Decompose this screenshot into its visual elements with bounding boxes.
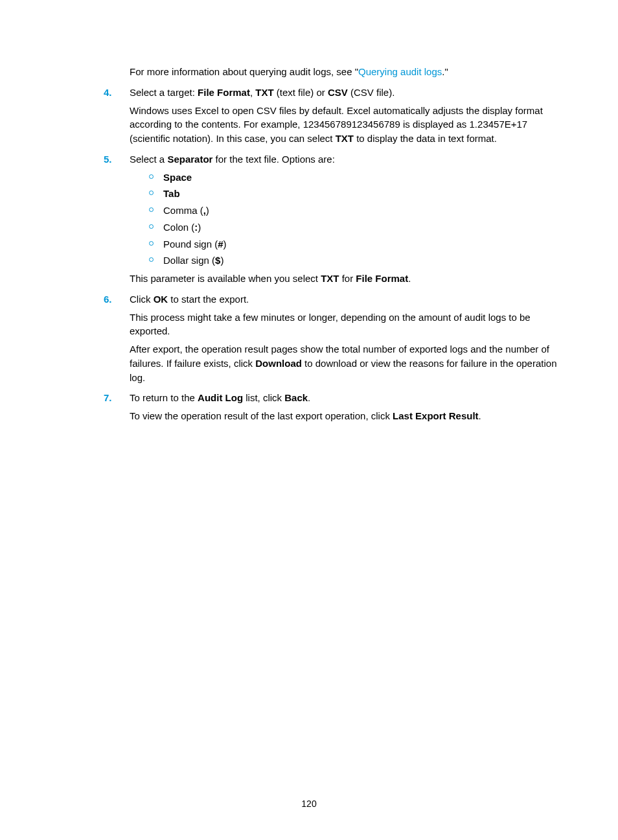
text: ) xyxy=(220,255,223,266)
bold-ok: OK xyxy=(154,294,168,305)
bold-space: Space xyxy=(163,172,192,183)
step-body: To return to the Audit Log list, click B… xyxy=(130,391,557,427)
text: , xyxy=(250,87,255,98)
step6-line1: Click OK to start the export. xyxy=(130,292,557,307)
text: ) xyxy=(198,222,201,233)
option-pound: Pound sign (#) xyxy=(149,237,557,251)
text: ) xyxy=(223,239,227,250)
step6-line2: This process might take a few minutes or… xyxy=(130,310,557,339)
step7-line2: To view the operation result of the last… xyxy=(130,409,557,423)
bold-download: Download xyxy=(255,358,302,369)
page-body: For more information about querying audi… xyxy=(0,0,618,427)
text: This parameter is available when you sel… xyxy=(130,273,321,284)
text: Select a xyxy=(130,154,167,165)
bold-pound: # xyxy=(218,239,223,250)
text: Select a target: xyxy=(130,87,198,98)
option-colon: Colon (:) xyxy=(149,220,557,235)
bold-txt: TXT xyxy=(336,133,354,144)
bold-file-format: File Format xyxy=(356,273,408,284)
step-number: 6. xyxy=(104,292,130,307)
step7-line1: To return to the Audit Log list, click B… xyxy=(130,391,557,405)
step-6: 6. Click OK to start the export. This pr… xyxy=(104,292,557,389)
text: Pound sign ( xyxy=(163,239,218,250)
step4-line1: Select a target: File Format, TXT (text … xyxy=(130,86,557,100)
text: To view the operation result of the last… xyxy=(130,410,393,421)
step-number: 7. xyxy=(104,391,130,405)
step4-line2: Windows uses Excel to open CSV files by … xyxy=(130,104,557,146)
page-number: 120 xyxy=(0,799,618,809)
text: . xyxy=(479,410,481,421)
bold-audit-log: Audit Log xyxy=(198,392,243,403)
text: To return to the xyxy=(130,392,198,403)
step-body: Click OK to start the export. This proce… xyxy=(130,292,557,389)
bold-tab: Tab xyxy=(163,188,180,199)
bold-last-export-result: Last Export Result xyxy=(393,410,479,421)
step5-line1: Select a Separator for the text file. Op… xyxy=(130,152,557,167)
text: for the text file. Options are: xyxy=(212,154,334,165)
step-body: Select a Separator for the text file. Op… xyxy=(130,152,557,290)
separator-options: Space Tab Comma (,) Colon (:) Pound sign… xyxy=(149,170,557,268)
step-4: 4. Select a target: File Format, TXT (te… xyxy=(104,86,557,150)
bold-separator: Separator xyxy=(167,154,212,165)
step-number: 5. xyxy=(104,152,130,167)
text: (text file) or xyxy=(274,87,328,98)
step-5: 5. Select a Separator for the text file.… xyxy=(104,152,557,290)
step6-line3: After export, the operation result pages… xyxy=(130,342,557,384)
bold-csv: CSV xyxy=(328,87,348,98)
option-dollar: Dollar sign ($) xyxy=(149,253,557,268)
text: . xyxy=(308,392,310,403)
bold-back: Back xyxy=(284,392,308,403)
steps-list: 4. Select a target: File Format, TXT (te… xyxy=(104,86,557,427)
bold-file-format: File Format xyxy=(198,87,250,98)
text: to display the data in text format. xyxy=(354,133,497,144)
option-space: Space xyxy=(149,170,557,185)
step-body: Select a target: File Format, TXT (text … xyxy=(130,86,557,150)
step-number: 4. xyxy=(104,86,130,100)
intro-text-1: For more information about querying audi… xyxy=(130,66,358,77)
text: (CSV file). xyxy=(348,87,395,98)
text: ) xyxy=(206,205,209,216)
text: Dollar sign ( xyxy=(163,255,215,266)
text: to start the export. xyxy=(168,294,249,305)
option-comma: Comma (,) xyxy=(149,204,557,218)
text: Colon ( xyxy=(163,222,194,233)
step-7: 7. To return to the Audit Log list, clic… xyxy=(104,391,557,427)
text: . xyxy=(408,273,411,284)
bold-txt: TXT xyxy=(255,87,273,98)
option-tab: Tab xyxy=(149,187,557,201)
intro-text-2: ." xyxy=(442,66,448,77)
text: list, click xyxy=(243,392,284,403)
text: Comma ( xyxy=(163,205,203,216)
text: Click xyxy=(130,294,154,305)
intro-paragraph: For more information about querying audi… xyxy=(130,65,557,79)
step5-line2: This parameter is available when you sel… xyxy=(130,272,557,286)
querying-audit-logs-link[interactable]: Querying audit logs xyxy=(358,66,442,77)
text: for xyxy=(339,273,356,284)
bold-txt: TXT xyxy=(321,273,339,284)
